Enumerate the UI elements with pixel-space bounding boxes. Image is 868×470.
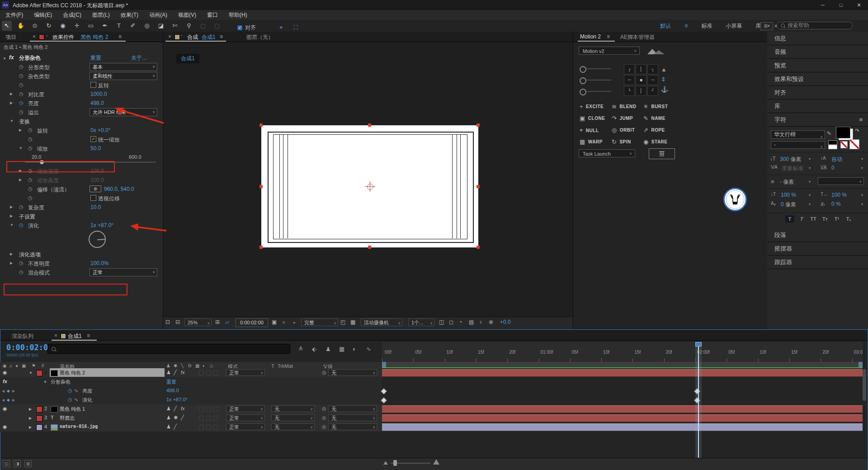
layer-switch-icon[interactable]: ♟ xyxy=(166,370,171,375)
lock-icon[interactable]: ▣ xyxy=(22,363,26,368)
parent-pickwhip-icon[interactable]: ◎ xyxy=(322,415,326,421)
tab-timeline-comp[interactable]: 合成1 xyxy=(68,332,82,340)
layer-switch-icon[interactable]: ╱ xyxy=(174,406,177,412)
layer-switch-icon[interactable]: ✱ xyxy=(174,415,178,421)
stopwatch-icon[interactable]: ◷ xyxy=(19,73,24,79)
faux-style-button[interactable]: T xyxy=(797,215,806,223)
anchor-grid-button[interactable]: │ xyxy=(636,64,646,74)
pixel-aspect-icon[interactable]: ◻ xyxy=(449,319,453,325)
property-value[interactable]: 498.0 xyxy=(166,388,179,393)
region-of-interest-icon[interactable]: ◰ xyxy=(340,319,345,325)
comp-breadcrumb[interactable]: 合成1 xyxy=(176,54,199,63)
label-color-swatch[interactable] xyxy=(36,406,42,413)
trkmat-dropdown[interactable]: 无∨ xyxy=(271,423,315,430)
puppet-pin-tool[interactable]: ⚲ xyxy=(184,21,194,31)
panel-menu-icon[interactable]: ≡ xyxy=(118,33,122,40)
anchor-icon[interactable]: ⚓ xyxy=(661,86,668,93)
tab-project[interactable]: 项目 xyxy=(5,33,16,41)
sidebar-panel-段落[interactable]: 段落 xyxy=(767,228,868,242)
fill-mini-swatch[interactable] xyxy=(828,140,837,145)
rocket-icon[interactable]: ▲ xyxy=(661,66,667,73)
maximize-button[interactable]: □ xyxy=(832,0,850,10)
layer-name[interactable]: 野鹿志 xyxy=(60,415,75,422)
stopwatch-icon[interactable]: ◷ xyxy=(19,64,24,70)
snapshot-icon[interactable]: ▣ xyxy=(272,319,277,325)
prev-keyframe-icon[interactable]: ◀ xyxy=(2,389,5,393)
switch-cell[interactable] xyxy=(206,425,211,430)
param-value[interactable]: 100.0 xyxy=(90,177,104,183)
expander-icon[interactable]: ▼ xyxy=(10,222,14,227)
baseline-chevron[interactable]: ▾ xyxy=(809,202,811,206)
label-color-swatch[interactable] xyxy=(36,415,42,422)
parent-dropdown[interactable]: 无∨ xyxy=(328,414,377,421)
switch-cell[interactable] xyxy=(213,370,218,375)
motion-slider-handle[interactable] xyxy=(580,66,586,73)
eyedropper-icon[interactable]: ✎ xyxy=(827,130,831,137)
brush-tool[interactable]: ✐ xyxy=(128,21,138,31)
layer-switch-icon[interactable]: ♟ xyxy=(166,406,171,412)
mode-dropdown[interactable]: 正常∨ xyxy=(226,369,265,376)
param-value[interactable]: 960.0, 540.0 xyxy=(104,186,134,192)
eye-icon[interactable]: ◉ xyxy=(3,363,7,368)
menu-item[interactable]: 动画(A) xyxy=(149,11,167,19)
roto-brush-tool[interactable]: ✄ xyxy=(170,21,180,31)
tab-effect-controls[interactable]: 效果控件 xyxy=(52,33,74,41)
expander-icon[interactable]: ▼ xyxy=(10,118,14,123)
motion-button-excite[interactable]: +EXCITE xyxy=(580,103,604,110)
tsume-value[interactable]: 0 % xyxy=(831,201,841,207)
motion-slider-track[interactable] xyxy=(586,91,611,92)
frame-blend-icon[interactable]: ▦ xyxy=(339,346,344,352)
mode-dropdown[interactable]: 正常∨ xyxy=(226,405,265,412)
fx-badge-icon[interactable]: fx xyxy=(3,379,7,384)
font-style-dropdown[interactable]: -∨ xyxy=(771,141,825,149)
menu-item[interactable]: 视图(V) xyxy=(178,11,196,19)
sidebar-panel-音频[interactable]: 音频 xyxy=(767,45,868,59)
param-value[interactable]: 50.0 xyxy=(90,145,101,152)
stroke-width-chevron[interactable]: ▾ xyxy=(809,180,811,184)
workspace-标准[interactable]: 标准 xyxy=(701,22,712,30)
task-launch-dropdown[interactable]: Task Launch∨ xyxy=(579,149,635,157)
motion-button-name[interactable]: ✎NAME xyxy=(643,115,665,122)
stopwatch-icon[interactable]: ◷ xyxy=(28,177,33,183)
expand-transfer-controls-icon[interactable]: ◨ xyxy=(14,460,21,467)
active-camera-dropdown[interactable]: 活动摄像机∨ xyxy=(361,318,402,326)
stopwatch-icon[interactable]: ◷ xyxy=(19,260,24,266)
param-value[interactable]: 1x +87.0° xyxy=(90,222,113,228)
stopwatch-icon[interactable]: ◷ xyxy=(19,100,24,106)
motion-button-jump[interactable]: ↷JUMP xyxy=(612,115,633,122)
switch-cell[interactable] xyxy=(199,416,204,421)
kerning-chevron[interactable]: ▾ xyxy=(809,166,811,170)
effect-name[interactable]: 分形杂色 xyxy=(19,54,41,62)
timeline-search-input[interactable] xyxy=(47,344,290,354)
stopwatch-icon[interactable]: ◷ xyxy=(19,82,24,88)
stopwatch-icon[interactable]: ◷ xyxy=(68,388,72,394)
menu-item[interactable]: 文件(F) xyxy=(5,11,23,19)
swap-fill-stroke-icon[interactable]: ↷ xyxy=(855,128,859,134)
resolution-dropdown[interactable]: 完整∨ xyxy=(301,318,338,326)
motion-button-clone[interactable]: ▣CLONE xyxy=(580,115,605,122)
expander-icon[interactable]: ▼ xyxy=(29,371,33,375)
selection-handle[interactable] xyxy=(476,185,480,188)
param-value[interactable]: 1000.0 xyxy=(90,91,107,97)
font-size-value[interactable]: 300 像素 xyxy=(780,156,801,163)
group-label[interactable]: 演化选项 xyxy=(19,251,41,259)
zoom-in-mountain-icon[interactable] xyxy=(433,459,439,465)
eye-icon[interactable]: ◉ xyxy=(3,370,7,375)
workspace-默认[interactable]: 默认 xyxy=(660,22,671,30)
sidebar-panel-信息[interactable]: 信息 xyxy=(767,32,868,45)
expander-icon[interactable]: ▶ xyxy=(19,177,22,182)
expand-inout-icon[interactable]: ▥ xyxy=(24,460,32,467)
timeline-icon[interactable]: ▤ xyxy=(469,319,474,325)
mini-flowchart-icon[interactable]: ≜ xyxy=(298,346,303,352)
motion-button-orbit[interactable]: ◎ORBIT xyxy=(612,127,635,133)
selection-handle[interactable] xyxy=(476,246,480,249)
trkmat-dropdown[interactable]: 无∨ xyxy=(271,414,315,421)
faux-style-button[interactable]: T₁ xyxy=(844,215,853,223)
layer-switch-icon[interactable]: ♟ xyxy=(166,415,171,421)
anchor-grid-button[interactable]: ─ xyxy=(647,75,658,85)
param-value[interactable]: 100.0% xyxy=(90,260,109,266)
motion-button-blend[interactable]: ≋BLEND xyxy=(612,103,636,110)
trkmat-dropdown[interactable]: 无∨ xyxy=(271,405,315,412)
selection-handle[interactable] xyxy=(368,246,371,249)
motion-slider-handle[interactable] xyxy=(580,89,586,95)
